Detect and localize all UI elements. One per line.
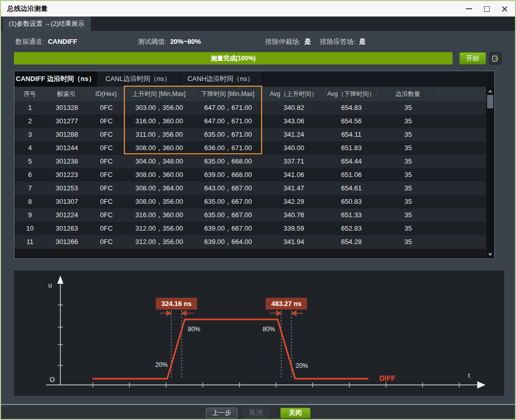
- cell: 651.33: [326, 208, 377, 222]
- cell: 340.00: [262, 141, 326, 155]
- cell: 635.00，667.00: [194, 195, 262, 208]
- cell: 35: [377, 182, 439, 195]
- cell: 654.61: [326, 182, 377, 195]
- header-cell[interactable]: ID(Hex): [88, 87, 124, 101]
- header-cell[interactable]: Avg（上升时间）: [262, 87, 326, 101]
- header-cell[interactable]: 边沿数量: [377, 87, 439, 101]
- arbitration-value: 是: [304, 38, 311, 45]
- cell: 635.00，668.00: [194, 155, 262, 168]
- tab-candiff[interactable]: CANDIFF 边沿时间（ns）: [14, 71, 97, 87]
- cell: 0FC: [88, 168, 124, 182]
- cell: [439, 155, 486, 168]
- breadcrumb[interactable]: (1)参数设置 →(2)结果展示: [3, 17, 91, 31]
- cell: 4: [14, 141, 45, 155]
- cell: 312.00，356.00: [124, 235, 194, 249]
- scroll-up-button[interactable]: [486, 87, 494, 94]
- x-axis-label: t: [468, 371, 470, 379]
- table-body: 13013280FC303.00，356.00647.00，671.00340.…: [14, 101, 486, 249]
- cell: 301238: [45, 155, 88, 168]
- export-button[interactable]: [489, 52, 502, 64]
- close-dialog-button[interactable]: 关闭: [280, 408, 311, 418]
- cancel-button: 取消: [244, 408, 268, 418]
- cell: 341.94: [262, 235, 326, 249]
- table-row[interactable]: 113012660FC312.00，356.00639.00，664.00341…: [14, 235, 486, 249]
- close-icon: [501, 6, 508, 12]
- header-cell[interactable]: 上升时间 [Min,Max]: [124, 87, 194, 101]
- cell: 35: [377, 155, 439, 168]
- table-row[interactable]: 13013280FC303.00，356.00647.00，671.00340.…: [14, 101, 486, 115]
- cell: 639.00，664.00: [194, 235, 262, 249]
- scroll-up-icon: [488, 90, 492, 92]
- cell: 0FC: [88, 235, 124, 249]
- cell: 650.83: [326, 195, 377, 208]
- close-button[interactable]: [498, 3, 510, 14]
- cell: 301253: [45, 182, 88, 195]
- cell: 0FC: [88, 182, 124, 195]
- cell: 301244: [45, 141, 88, 155]
- table-row[interactable]: 63012230FC308.00，360.00639.00，668.00341.…: [14, 168, 486, 182]
- table-row[interactable]: 33012880FC311.00，356.00635.00，671.00341.…: [14, 128, 486, 141]
- table-row[interactable]: 43012440FC308.00，360.00636.00，671.00340.…: [14, 141, 486, 155]
- cell: 301288: [45, 128, 88, 141]
- cell: 647.00，671.00: [194, 101, 262, 115]
- table-row[interactable]: 83013070FC308.00，356.00635.00，667.00342.…: [14, 195, 486, 208]
- channel-value: CANDIFF: [48, 38, 77, 45]
- vertical-scrollbar[interactable]: [486, 87, 494, 259]
- cell: 635.00，671.00: [194, 128, 262, 141]
- tab-canl[interactable]: CANL边沿时间（ns）: [97, 71, 180, 87]
- cell: 341.06: [262, 168, 326, 182]
- header-cell[interactable]: Avg（下降时间）: [326, 87, 377, 101]
- maximize-button[interactable]: [481, 3, 492, 14]
- table-row[interactable]: 103012630FC312.00，356.00639.00，667.00339…: [14, 222, 486, 235]
- header-cell[interactable]: 序号: [14, 87, 45, 101]
- cell: 341.47: [262, 182, 326, 195]
- cell: [439, 115, 486, 128]
- titlebar: 总线边沿测量: [1, 1, 515, 17]
- cell: 635.00，667.00: [194, 208, 262, 222]
- start-button[interactable]: 开始: [459, 52, 486, 64]
- cell: 341.24: [262, 128, 326, 141]
- scroll-down-button[interactable]: [486, 251, 494, 258]
- cell: 35: [377, 141, 439, 155]
- cell: 654.83: [326, 101, 377, 115]
- back-button[interactable]: 上一步: [206, 408, 237, 418]
- cell: [439, 141, 486, 155]
- cell: 0FC: [88, 208, 124, 222]
- cell: 2: [14, 115, 45, 128]
- ack-value: 是: [359, 38, 366, 45]
- minimize-button[interactable]: [463, 3, 475, 14]
- waveform-panel: u O t 324.16 ns 483.27 ns: [14, 270, 504, 396]
- cell: 643.00，667.00: [194, 182, 262, 195]
- cell: 654.56: [326, 115, 377, 128]
- table-row[interactable]: 23012770FC316.00，360.00647.00，671.00343.…: [14, 115, 486, 128]
- cell: 316.00，360.00: [124, 115, 194, 128]
- origin-label: O: [50, 376, 55, 383]
- cell: 35: [377, 168, 439, 182]
- cell: 35: [377, 101, 439, 115]
- rise-low-pct-label: 20%: [155, 361, 168, 368]
- table-row[interactable]: 93012240FC316.00，360.00635.00，667.00340.…: [14, 208, 486, 222]
- progress-bar: 测量完成(100%): [14, 52, 453, 64]
- cell: 11: [14, 235, 45, 249]
- cell: 301328: [45, 101, 88, 115]
- table-row[interactable]: 53012380FC304.00，348.00635.00，668.00337.…: [14, 155, 486, 168]
- header-cell[interactable]: 下降时间 [Min,Max]: [194, 87, 262, 101]
- cell: 651.83: [326, 141, 377, 155]
- cell: 0FC: [88, 128, 124, 141]
- minimize-icon: [466, 8, 472, 9]
- ack-label: 排除应答场:: [320, 38, 356, 45]
- header-cell[interactable]: [439, 87, 486, 101]
- scrollbar-thumb[interactable]: [487, 95, 493, 108]
- window-controls: [463, 1, 510, 17]
- y-axis-arrow-icon: [57, 276, 63, 284]
- header-cell[interactable]: 帧索引: [45, 87, 88, 101]
- cell: 6: [14, 168, 45, 182]
- table-row[interactable]: 73012530FC308.00，364.00643.00，667.00341.…: [14, 182, 486, 195]
- cell: 301277: [45, 115, 88, 128]
- fall-low-pct-label: 20%: [296, 362, 308, 369]
- tab-canh[interactable]: CANH边沿时间（ns）: [180, 71, 262, 87]
- cell: 303.00，356.00: [124, 101, 194, 115]
- cell: 340.82: [262, 101, 326, 115]
- cell: 1: [14, 101, 45, 115]
- cell: 647.00，671.00: [194, 115, 262, 128]
